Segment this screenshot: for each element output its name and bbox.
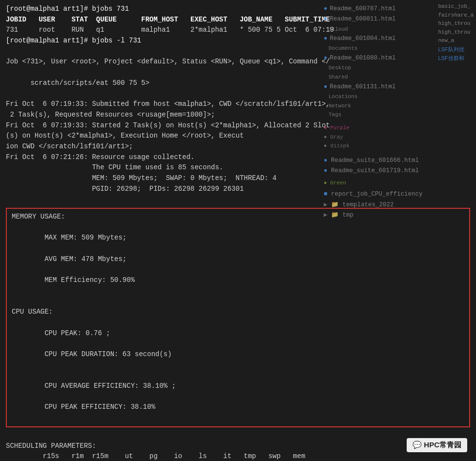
mem-efficiency-value: MEM Efficiency: 50.90% bbox=[44, 276, 135, 284]
spk-tag: ● 911spk bbox=[324, 141, 472, 151]
shared-label: Shared bbox=[329, 73, 472, 82]
folder-icon-tmp: 📁 bbox=[331, 212, 339, 219]
tmp-folder: ▶ 📁 tmp bbox=[324, 210, 472, 220]
file-name-4: Readme_601080.html bbox=[330, 53, 396, 63]
link-high-throu-2: high_throu bbox=[438, 28, 474, 37]
avg-mem-value bbox=[44, 244, 53, 252]
html-icon-5: ● bbox=[324, 82, 328, 92]
right-link-list: basic_job_ fairshare_a high_throu high_t… bbox=[438, 2, 474, 62]
link-lsf-cluster: LSF佳群和 bbox=[438, 54, 474, 63]
cpu-efficiency-line: CPU AVERAGE EFFICIENCY: 38.10% ; CPU PEA… bbox=[12, 370, 464, 423]
watermark-badge: 💬 HPC常青园 bbox=[407, 438, 467, 452]
mem-stats-line: MAX MEM: 509 Mbytes; AVG MEM: 478 Mbytes… bbox=[12, 222, 464, 297]
mem-eff-value bbox=[44, 266, 53, 274]
report-file: ■ report_job_CPU_efficiency bbox=[324, 189, 472, 200]
html-icon-2: ● bbox=[324, 14, 328, 24]
file-name-5: Readme_601131.html bbox=[330, 82, 396, 92]
file-item-5: ● Readme_601131.html bbox=[324, 82, 472, 92]
chevron-right-icon-2: ▶ bbox=[324, 212, 328, 219]
cpu-usage-label: CPU USAGE: bbox=[12, 307, 464, 318]
wechat-icon: 💬 bbox=[413, 441, 422, 449]
watermark-text: HPC常青园 bbox=[424, 441, 461, 449]
purple-tag: ● Purple bbox=[324, 123, 472, 133]
templates-folder: ▶ 📁 templates_2022 bbox=[324, 200, 472, 210]
cpu-peak-eff-value: CPU PEAK EFFICIENCY: 38.10% bbox=[44, 403, 155, 411]
readme-suite-1: ● Readme_suite_601666.html bbox=[324, 156, 472, 166]
file-name-2: Readme_600811.html bbox=[330, 14, 396, 24]
link-new-a: new_a bbox=[438, 37, 474, 45]
avg-mem-label: AVG MEM: 478 Mbytes; bbox=[44, 255, 126, 263]
file-name-3: Readme_601004.html bbox=[330, 34, 396, 44]
usage-highlight-box: MEMORY USAGE: MAX MEM: 509 Mbytes; AVG M… bbox=[6, 208, 470, 427]
gray-tag: ● Gray bbox=[324, 133, 472, 142]
blank-in-box bbox=[12, 297, 464, 307]
locations-label: Locations bbox=[329, 92, 472, 101]
network-label: Network bbox=[329, 101, 472, 111]
cpu-avg-eff-value: CPU AVERAGE EFFICIENCY: 38.10% ; bbox=[44, 382, 176, 390]
cpu-peak-duration-value: CPU PEAK DURATION: 63 second(s) bbox=[44, 350, 171, 358]
tags-label: Tags bbox=[329, 110, 472, 120]
html-icon-4: ● bbox=[324, 53, 328, 63]
max-mem-value: MAX MEM: 509 Mbytes; bbox=[44, 234, 126, 241]
blank-line-3 bbox=[6, 430, 470, 441]
file-name-1: Readme_600787.html bbox=[330, 4, 396, 14]
report-icon: ■ bbox=[324, 191, 328, 198]
terminal-window: [root@malpha1 art1]# bjobs 731 JOBID USE… bbox=[0, 0, 476, 461]
link-fairshare: fairshare_a bbox=[438, 11, 474, 20]
cpu-peak-line: CPU PEAK: 0.76 ; CPU PEAK DURATION: 63 s… bbox=[12, 318, 464, 370]
green-tag: ● Green bbox=[324, 179, 472, 188]
html-icon-3: ● bbox=[324, 34, 328, 44]
desktop-label: Desktop bbox=[329, 63, 472, 73]
link-lsf-queue: LSF队列优 bbox=[438, 45, 474, 54]
readme-suite-2: ● Readme_suite_601719.html bbox=[324, 166, 472, 176]
link-basic-job: basic_job_ bbox=[438, 2, 474, 11]
cpu-peak-value: CPU PEAK: 0.76 ; bbox=[44, 329, 110, 337]
chevron-right-icon: ▶ bbox=[324, 201, 328, 208]
scheduling-header: r15s r1m r15m ut pg io ls it tmp swp mem bbox=[6, 451, 470, 461]
file-overlay-panel: ● Readme_600787.html ● Readme_600811.htm… bbox=[320, 0, 476, 224]
html-icon-1: ● bbox=[324, 4, 328, 14]
scheduling-label: SCHEDULING PARAMETERS: bbox=[6, 441, 470, 452]
folder-icon-templates: 📁 bbox=[331, 201, 339, 208]
link-high-throu-1: high_throu bbox=[438, 20, 474, 28]
